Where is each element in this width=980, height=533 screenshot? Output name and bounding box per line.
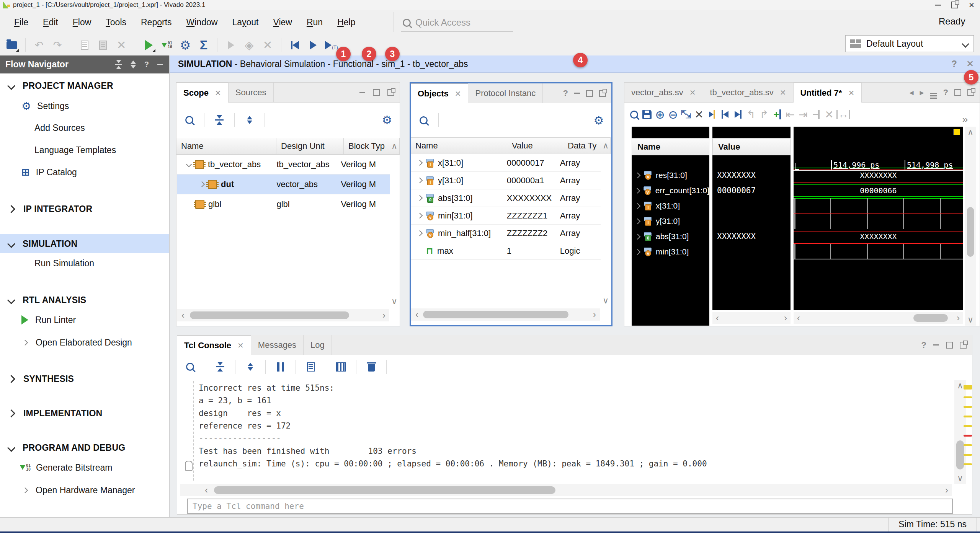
open-project-icon[interactable] — [5, 38, 19, 52]
column-header-value[interactable]: Value — [507, 138, 563, 154]
objects-row-abs310[interactable]: 0abs[31:0]XXXXXXXXArray — [411, 189, 601, 207]
expand-all-icon[interactable] — [242, 113, 257, 127]
chevron-right-icon[interactable] — [635, 249, 641, 255]
tab-log[interactable]: Log — [304, 335, 332, 355]
error-marker[interactable] — [964, 435, 972, 437]
remove-marker-icon[interactable] — [810, 109, 822, 120]
warning-marker[interactable] — [964, 425, 972, 427]
wave-signal-name[interactable]: vmin[31:0] — [632, 244, 709, 259]
column-header-name[interactable]: Name — [176, 138, 276, 154]
nav-item-run-simulation[interactable]: Run Simulation — [0, 254, 169, 273]
copy-icon[interactable] — [77, 38, 92, 52]
tab-scroll-left-icon[interactable]: ◂ — [909, 88, 913, 98]
maximize-panel-icon[interactable] — [586, 90, 593, 97]
zoom-out-icon[interactable]: ⊖ — [667, 109, 679, 120]
run-icon[interactable] — [141, 38, 156, 52]
scope-row-tb_vector_abs[interactable]: tb_vector_abstb_vector_absVerilog M — [177, 155, 390, 174]
add-marker-icon[interactable]: + — [771, 109, 783, 120]
zoom-in-icon[interactable]: ⊕ — [654, 109, 666, 120]
chevron-right-icon[interactable] — [417, 195, 423, 201]
minimize-panel-icon[interactable] — [574, 93, 580, 94]
chevron-right-icon[interactable] — [635, 188, 640, 194]
close-tab-icon[interactable]: ✕ — [689, 88, 696, 97]
nav-section-ip-integrator[interactable]: IP INTEGRATOR — [0, 199, 169, 218]
nav-section-program-and-debug[interactable]: PROGRAM AND DEBUG — [0, 438, 169, 457]
help-icon[interactable]: ? — [563, 88, 568, 98]
undo-icon[interactable]: ↶ — [32, 38, 46, 52]
settings-gear-icon[interactable]: ⚙ — [178, 38, 193, 52]
horizontal-scrollbar[interactable]: ‹ › — [712, 312, 791, 324]
objects-row-min310[interactable]: vmin[31:0]ZZZZZZZ1Array — [411, 207, 601, 225]
float-panel-icon[interactable] — [387, 89, 394, 96]
tab-vector-abs-sv[interactable]: vector_abs.sv✕ — [624, 83, 703, 102]
warning-marker[interactable] — [964, 406, 972, 408]
close-simulation-icon[interactable]: ✕ — [966, 59, 974, 69]
nav-section-rtl-analysis[interactable]: RTL ANALYSIS — [0, 290, 169, 310]
expand-all-icon[interactable] — [131, 60, 136, 68]
next-transition-icon[interactable] — [732, 109, 744, 120]
menu-layout[interactable]: Layout — [226, 14, 264, 31]
nav-section-implementation[interactable]: IMPLEMENTATION — [0, 404, 169, 423]
tab-untitled-7-[interactable]: Untitled 7*✕ — [794, 83, 862, 103]
collapse-all-icon[interactable] — [213, 360, 227, 374]
quick-access-search[interactable]: Quick Access — [401, 14, 513, 32]
chevron-down-icon[interactable] — [186, 161, 192, 168]
chevron-right-icon[interactable] — [635, 172, 641, 178]
elaborate-disabled-icon[interactable]: ◈ — [242, 38, 256, 52]
close-tab-icon[interactable]: ✕ — [237, 341, 244, 350]
scroll-up-icon[interactable]: ∧ — [389, 139, 399, 154]
generate-bitstream-icon[interactable]: 0110 — [160, 38, 174, 52]
toolbar-overflow-icon[interactable]: » — [962, 113, 968, 126]
tab-sources[interactable]: Sources — [229, 83, 274, 102]
warning-marker[interactable] — [964, 396, 972, 398]
tab-list-icon[interactable] — [930, 86, 937, 99]
horizontal-scrollbar[interactable]: ‹ › — [794, 312, 963, 324]
paste-icon[interactable] — [96, 38, 110, 52]
previous-marker-icon[interactable]: ⇤ — [784, 109, 796, 120]
scroll-down-icon[interactable]: ∨ — [389, 294, 399, 309]
tab-scope[interactable]: Scope✕ — [176, 83, 229, 103]
float-panel-icon[interactable] — [599, 90, 606, 97]
help-icon[interactable]: ? — [144, 60, 149, 69]
tab-tb-vector-abs-sv[interactable]: tb_vector_abs.sv✕ — [703, 83, 794, 102]
nav-section-synthesis[interactable]: SYNTHESIS — [0, 369, 169, 388]
tab-protocol-instanc[interactable]: Protocol Instanc — [468, 83, 543, 103]
clear-console-icon[interactable] — [364, 360, 379, 374]
objects-row-x310[interactable]: Ix[31:0]00000017Array — [411, 154, 601, 172]
maximize-panel-icon[interactable] — [954, 89, 961, 96]
collapse-all-icon[interactable] — [212, 113, 227, 127]
vertical-scrollbar[interactable]: ∧ ∨ — [954, 380, 966, 484]
redo-icon[interactable]: ↷ — [50, 38, 65, 52]
window-minimize-button[interactable] — [929, 0, 946, 10]
wave-plot-area[interactable]: XXXXXXXX00000066XXXXXXXX514,996 ps514,99… — [794, 127, 963, 310]
vertical-scrollbar[interactable]: ∧ ∨ — [965, 127, 976, 326]
gear-icon[interactable]: ⚙ — [380, 113, 394, 127]
wave-signal-name[interactable]: vres[31:0] — [632, 168, 709, 183]
nav-item-settings[interactable]: ⚙Settings — [0, 96, 169, 116]
warning-marker[interactable] — [964, 444, 972, 446]
menu-window[interactable]: Window — [181, 14, 224, 31]
scope-row-glbl[interactable]: glblglblVerilog M — [177, 194, 390, 214]
help-icon[interactable]: ? — [951, 59, 957, 69]
close-tab-icon[interactable]: ✕ — [848, 88, 854, 98]
window-close-button[interactable]: ✕ — [963, 0, 980, 10]
menu-file[interactable]: File — [8, 14, 34, 31]
search-icon[interactable] — [416, 113, 431, 127]
horizontal-scrollbar[interactable]: ‹ › — [411, 308, 600, 321]
minimize-panel-icon[interactable] — [933, 344, 939, 346]
zoom-fit-icon[interactable]: ⇱⇲ — [680, 109, 692, 120]
column-header-name[interactable]: Name — [411, 138, 507, 154]
scroll-down-icon[interactable]: ∨ — [601, 293, 611, 308]
tab-messages[interactable]: Messages — [251, 335, 304, 355]
gear-icon[interactable]: ⚙ — [591, 113, 606, 127]
layout-selector[interactable]: Default Layout — [845, 35, 974, 52]
chevron-right-icon[interactable] — [199, 181, 205, 187]
menu-run[interactable]: Run — [301, 14, 328, 31]
nav-item-generate-bitstream[interactable]: 0110Generate Bitstream — [0, 458, 169, 477]
objects-row-y310[interactable]: Iy[31:0]000000a1Array — [411, 172, 601, 189]
swap-next-icon[interactable]: ↱ — [758, 109, 770, 120]
menu-view[interactable]: View — [267, 14, 297, 31]
tab-tcl-console[interactable]: Tcl Console✕ — [177, 335, 251, 355]
horizontal-scrollbar[interactable]: ‹ › — [177, 309, 389, 321]
chevron-right-icon[interactable] — [635, 218, 641, 224]
